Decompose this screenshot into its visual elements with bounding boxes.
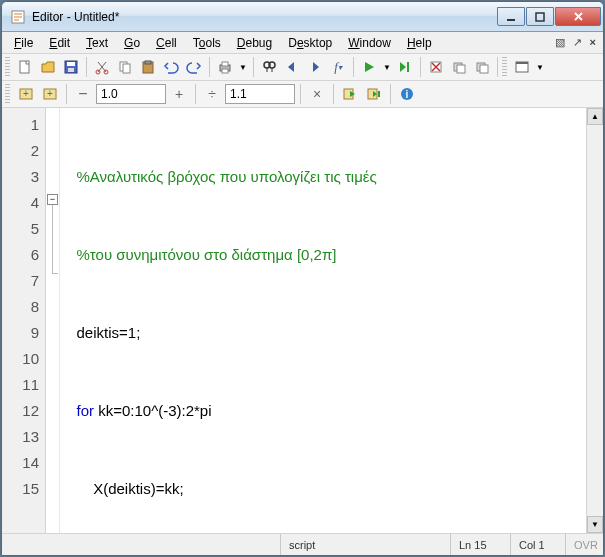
toolbar2-grip[interactable] (5, 84, 10, 104)
inner-close-icon[interactable]: × (587, 35, 599, 50)
menu-debug[interactable]: Debug (229, 34, 280, 52)
svg-rect-32 (378, 91, 380, 97)
close-button[interactable] (555, 7, 601, 26)
svg-rect-6 (68, 68, 74, 72)
menu-file[interactable]: File (6, 34, 41, 52)
back-button[interactable] (281, 56, 303, 78)
layout-button[interactable] (511, 56, 533, 78)
code-line: X(deiktis)=kk; (64, 476, 586, 502)
run-dropdown[interactable]: ▼ (381, 56, 393, 78)
code-line: %Αναλυτικός βρόχος που υπολογίζει τις τι… (77, 168, 377, 185)
factor-input[interactable]: 1.1 (225, 84, 295, 104)
menubar: File Edit Text Go Cell Tools Debug Deskt… (2, 32, 603, 54)
fold-toggle-icon[interactable]: − (47, 194, 58, 205)
forward-button[interactable] (304, 56, 326, 78)
cell-insert-button[interactable]: + (15, 83, 37, 105)
stack2-button[interactable] (471, 56, 493, 78)
window-title: Editor - Untitled* (32, 10, 497, 24)
line-number: 13 (2, 424, 39, 450)
copy-button[interactable] (114, 56, 136, 78)
line-number: 4 (2, 190, 39, 216)
undock-icon[interactable]: ↗ (570, 35, 585, 50)
editor-window: Editor - Untitled* File Edit Text Go Cel… (1, 1, 604, 556)
editor-area: 1 2 3 4 5 6 7 8 9 10 11 12 13 14 15 − %Α… (2, 108, 603, 533)
code-line: deiktis=1; (77, 324, 141, 341)
function-button[interactable]: f▾ (327, 56, 349, 78)
undo-button[interactable] (160, 56, 182, 78)
menu-cell[interactable]: Cell (148, 34, 185, 52)
stack1-button[interactable] (448, 56, 470, 78)
svg-rect-10 (123, 64, 130, 73)
layout-dropdown[interactable]: ▼ (534, 56, 546, 78)
svg-rect-3 (20, 61, 29, 73)
paste-button[interactable] (137, 56, 159, 78)
line-number: 12 (2, 398, 39, 424)
open-file-button[interactable] (37, 56, 59, 78)
menu-edit[interactable]: Edit (41, 34, 78, 52)
code-area[interactable]: %Αναλυτικός βρόχος που υπολογίζει τις τι… (60, 108, 586, 533)
line-number: 9 (2, 320, 39, 346)
svg-text:+: + (47, 88, 53, 99)
fold-end (52, 273, 58, 274)
menu-go[interactable]: Go (116, 34, 148, 52)
run-button[interactable] (358, 56, 380, 78)
menu-help[interactable]: Help (399, 34, 440, 52)
statusbar: script Ln 15 Col 1 OVR (2, 533, 603, 555)
divide-button[interactable]: ÷ (201, 83, 223, 105)
titlebar[interactable]: Editor - Untitled* (2, 2, 603, 32)
svg-rect-1 (507, 19, 515, 21)
new-file-button[interactable] (14, 56, 36, 78)
fold-line (52, 205, 53, 273)
redo-button[interactable] (183, 56, 205, 78)
times-button[interactable]: × (306, 83, 328, 105)
minus-button[interactable]: − (72, 83, 94, 105)
scroll-down-icon[interactable]: ▼ (587, 516, 603, 533)
status-ovr: OVR (565, 534, 603, 555)
line-number: 3 (2, 164, 39, 190)
line-number: 10 (2, 346, 39, 372)
zoom-input[interactable]: 1.0 (96, 84, 166, 104)
line-gutter[interactable]: 1 2 3 4 5 6 7 8 9 10 11 12 13 14 15 (2, 108, 46, 533)
info-button[interactable]: i (396, 83, 418, 105)
line-number: 1 (2, 112, 39, 138)
svg-rect-15 (222, 69, 228, 73)
save-button[interactable] (60, 56, 82, 78)
svg-rect-25 (516, 62, 528, 64)
line-number: 14 (2, 450, 39, 476)
run-advance-button[interactable] (394, 56, 416, 78)
fold-gutter[interactable]: − (46, 108, 60, 533)
print-dropdown[interactable]: ▼ (237, 56, 249, 78)
toolbar-grip[interactable] (5, 57, 10, 77)
menu-desktop[interactable]: Desktop (280, 34, 340, 52)
svg-rect-12 (145, 61, 151, 64)
plus-button[interactable]: + (168, 83, 190, 105)
svg-rect-5 (67, 62, 75, 66)
svg-rect-14 (222, 62, 228, 66)
line-number: 8 (2, 294, 39, 320)
vertical-scrollbar[interactable]: ▲ ▼ (586, 108, 603, 533)
svg-rect-18 (407, 62, 409, 72)
svg-text:i: i (406, 89, 409, 100)
status-type: script (280, 534, 450, 555)
eval-advance-button[interactable] (363, 83, 385, 105)
scroll-up-icon[interactable]: ▲ (587, 108, 603, 125)
toolbar-grip-2[interactable] (502, 57, 507, 77)
svg-text:+: + (23, 88, 29, 99)
status-col: Col 1 (510, 534, 565, 555)
scroll-track[interactable] (587, 125, 603, 516)
cut-button[interactable] (91, 56, 113, 78)
minimize-button[interactable] (497, 7, 525, 26)
print-button[interactable] (214, 56, 236, 78)
eval-cell-button[interactable] (339, 83, 361, 105)
find-button[interactable] (258, 56, 280, 78)
breakpoint-button[interactable] (425, 56, 447, 78)
svg-rect-23 (480, 65, 488, 73)
menu-tools[interactable]: Tools (185, 34, 229, 52)
cell-toolbar: + + − 1.0 + ÷ 1.1 × i (2, 81, 603, 108)
menu-window[interactable]: Window (340, 34, 399, 52)
menu-text[interactable]: Text (78, 34, 116, 52)
line-number: 6 (2, 242, 39, 268)
cell-insert2-button[interactable]: + (39, 83, 61, 105)
maximize-button[interactable] (526, 7, 554, 26)
dock-icon[interactable]: ▧ (552, 35, 568, 50)
